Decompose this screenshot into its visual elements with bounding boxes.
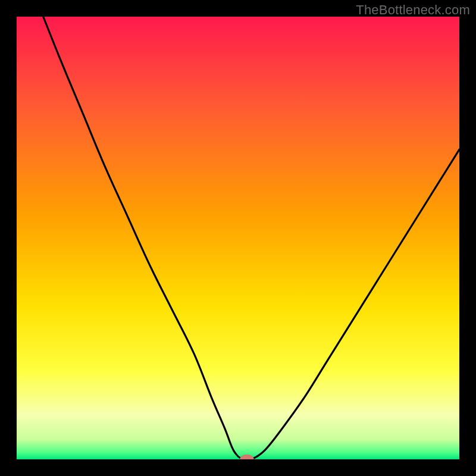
plot-area xyxy=(17,17,459,459)
watermark-text: TheBottleneck.com xyxy=(356,2,470,18)
chart-frame: TheBottleneck.com xyxy=(0,0,476,476)
gradient-background xyxy=(17,17,459,459)
chart-svg xyxy=(17,17,459,459)
